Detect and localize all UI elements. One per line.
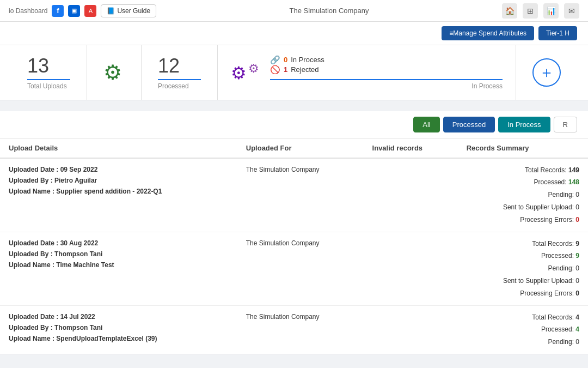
records-summary-cell: Total Records: 4Processed: 4Pending: 0 xyxy=(458,305,588,354)
rejected-item: 🚫 1 Rejected xyxy=(270,65,503,75)
top-nav: io Dashboard f ▣ A 📘 User Guide The Simu… xyxy=(0,0,588,22)
in-process-item: 🔗 0 In Process xyxy=(270,55,503,65)
records-summary-cell: Total Records: 9Processed: 9Pending: 0Se… xyxy=(458,232,588,305)
col-records-summary: Records Summary xyxy=(458,138,588,158)
sub-header: ≡Manage Spend Attributes Tier-1 H xyxy=(0,22,588,45)
gear-purple-icon: ⚙ ⚙ xyxy=(231,62,259,83)
section-gap xyxy=(0,100,588,111)
process-details: 🔗 0 In Process 🚫 1 Rejected In Process xyxy=(270,55,503,90)
invalid-records-cell xyxy=(364,305,458,354)
manage-spend-attributes-button[interactable]: ≡Manage Spend Attributes xyxy=(442,26,534,40)
book-icon: 📘 xyxy=(107,7,115,15)
processed-card: 12 Processed xyxy=(142,45,218,100)
user-guide-label: User Guide xyxy=(117,7,150,15)
upload-details-cell: Uploaded Date : 14 Jul 2022Uploaded By :… xyxy=(0,305,237,354)
col-upload-details: Upload Details xyxy=(0,138,237,158)
table-header: Upload Details Uploaded For Invalid reco… xyxy=(0,138,588,158)
filter-processed-button[interactable]: Processed xyxy=(443,117,495,132)
filter-all-button[interactable]: All xyxy=(413,117,439,132)
table-row: Uploaded Date : 30 Aug 2022Uploaded By :… xyxy=(0,232,588,305)
processed-icon-card xyxy=(87,45,142,100)
filter-in-process-button[interactable]: In Process xyxy=(498,117,550,132)
processed-number: 12 xyxy=(158,55,180,77)
box-icon: ▣ xyxy=(68,5,80,17)
back-link[interactable]: io Dashboard xyxy=(9,7,47,15)
fb-icon: f xyxy=(52,5,64,17)
table-body: Uploaded Date : 09 Sep 2022Uploaded By :… xyxy=(0,158,588,354)
in-process-card: ⚙ ⚙ 🔗 0 In Process 🚫 1 Rejected In Proce… xyxy=(218,45,516,100)
uploaded-for-cell: The Simulation Company xyxy=(237,232,364,305)
home-icon-button[interactable]: 🏠 xyxy=(502,3,517,19)
grid-icon-button[interactable]: ⊞ xyxy=(523,3,538,19)
records-summary-cell: Total Records: 149Processed: 148Pending:… xyxy=(458,158,588,232)
table-row: Uploaded Date : 09 Sep 2022Uploaded By :… xyxy=(0,158,588,232)
gear-green-icon xyxy=(103,61,122,85)
gear-large-icon: ⚙ xyxy=(231,63,247,83)
link-icon: 🔗 xyxy=(270,55,280,65)
total-uploads-label: Total Uploads xyxy=(27,79,70,90)
total-uploads-number: 13 xyxy=(27,55,49,77)
upload-details-cell: Uploaded Date : 09 Sep 2022Uploaded By :… xyxy=(0,158,237,232)
invalid-records-cell xyxy=(364,232,458,305)
no-icon: 🚫 xyxy=(270,65,280,75)
filter-rejected-button[interactable]: R xyxy=(554,117,577,132)
app-icon: A xyxy=(84,5,96,17)
uploads-table: Upload Details Uploaded For Invalid reco… xyxy=(0,138,588,354)
tier-button[interactable]: Tier-1 H xyxy=(538,26,577,40)
add-upload-button[interactable]: ＋ xyxy=(532,58,561,87)
chart-icon-button[interactable]: 📊 xyxy=(543,3,559,19)
gear-small-icon: ⚙ xyxy=(248,62,259,76)
uploads-table-container: Upload Details Uploaded For Invalid reco… xyxy=(0,138,588,354)
in-process-bottom-label: In Process xyxy=(270,79,503,90)
rejected-count: 1 xyxy=(284,65,287,74)
col-uploaded-for: Uploaded For xyxy=(237,138,364,158)
user-guide-button[interactable]: 📘 User Guide xyxy=(101,4,156,17)
top-nav-left: io Dashboard f ▣ A 📘 User Guide xyxy=(9,4,156,17)
settings-icon-button[interactable]: ✉ xyxy=(564,3,579,19)
table-row: Uploaded Date : 14 Jul 2022Uploaded By :… xyxy=(0,305,588,354)
upload-details-cell: Uploaded Date : 30 Aug 2022Uploaded By :… xyxy=(0,232,237,305)
rejected-text: Rejected xyxy=(291,65,318,74)
uploaded-for-cell: The Simulation Company xyxy=(237,305,364,354)
stats-row: 13 Total Uploads 12 Processed ⚙ ⚙ 🔗 0 In… xyxy=(0,45,588,100)
filter-bar: All Processed In Process R xyxy=(0,111,588,138)
in-process-text: In Process xyxy=(291,56,324,64)
total-uploads-card: 13 Total Uploads xyxy=(11,45,87,100)
col-invalid-records: Invalid records xyxy=(364,138,458,158)
uploaded-for-cell: The Simulation Company xyxy=(237,158,364,232)
in-process-count: 0 xyxy=(284,56,287,64)
top-nav-right: 🏠 ⊞ 📊 ✉ xyxy=(502,3,579,19)
processed-label: Processed xyxy=(158,79,201,90)
company-name: The Simulation Company xyxy=(290,7,369,15)
invalid-records-cell xyxy=(364,158,458,232)
add-card: ＋ xyxy=(516,45,577,100)
